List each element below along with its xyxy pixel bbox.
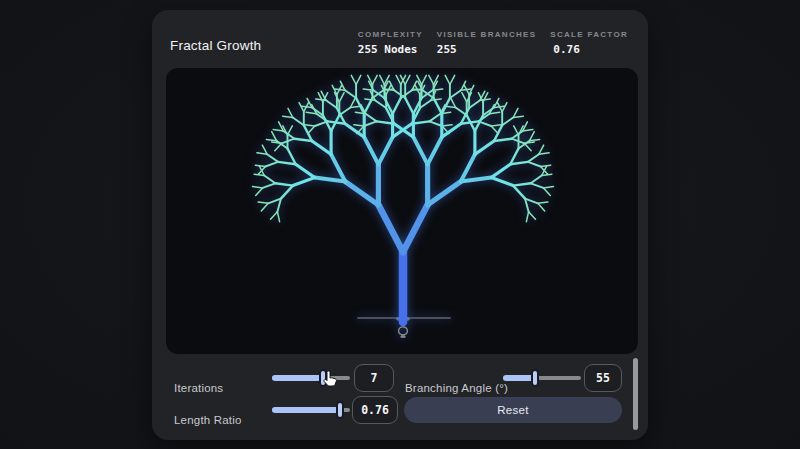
slider-fill	[272, 407, 340, 413]
stat-scale-factor: Scale Factor 0.76	[550, 30, 628, 56]
stat-label: Complexity	[358, 30, 423, 39]
branching-angle-value-box[interactable]: 55	[584, 364, 622, 392]
reset-button[interactable]: Reset	[404, 397, 622, 423]
stat-complexity: Complexity 255 Nodes	[358, 30, 423, 56]
iterations-value-box[interactable]: 7	[354, 364, 394, 392]
stat-value: 255 Nodes	[358, 43, 423, 56]
header-stats: Complexity 255 Nodes Visible Branches 25…	[358, 30, 628, 56]
stat-label: Visible Branches	[437, 30, 536, 39]
branching-angle-slider[interactable]	[503, 368, 581, 388]
stat-label: Scale Factor	[550, 30, 628, 39]
fractal-canvas[interactable]	[166, 68, 638, 354]
page-title: Fractal Growth	[170, 38, 261, 53]
tree-base-icon	[399, 327, 408, 337]
iterations-label: Iterations	[174, 382, 223, 394]
branching-angle-label: Branching Angle (°)	[405, 382, 508, 394]
length-ratio-slider-thumb[interactable]	[336, 401, 344, 419]
fractal-tree	[253, 75, 554, 322]
branching-angle-slider-thumb[interactable]	[531, 369, 539, 387]
length-ratio-slider[interactable]	[272, 400, 350, 420]
stat-visible-branches: Visible Branches 255	[437, 30, 536, 56]
length-ratio-value-box[interactable]: 0.76	[352, 396, 398, 424]
fractal-growth-window: Fractal Growth Complexity 255 Nodes Visi…	[152, 10, 648, 440]
iterations-slider[interactable]	[272, 368, 350, 388]
scrollbar-thumb[interactable]	[633, 358, 638, 430]
length-ratio-label: Length Ratio	[174, 414, 242, 426]
iterations-slider-thumb[interactable]	[319, 369, 327, 387]
stat-value: 255	[437, 43, 536, 56]
stat-value: 0.76	[550, 43, 628, 56]
slider-fill	[272, 375, 323, 381]
